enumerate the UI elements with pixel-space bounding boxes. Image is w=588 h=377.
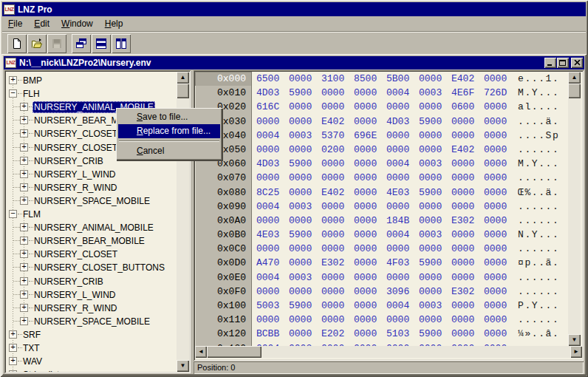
expand-icon[interactable]: + (9, 370, 17, 372)
document-titlebar[interactable]: LNZ N:\__nick\LNZPro2\Nursery.env (4, 56, 584, 69)
tree-item-nursery-l-wind[interactable]: +NURSERY_L_WIND (6, 168, 177, 181)
expand-icon[interactable]: + (20, 304, 28, 312)
hex-address[interactable]: 0x0E0 (195, 271, 252, 285)
hex-address[interactable]: 0x120 (195, 327, 252, 341)
context-menu-cancel[interactable]: Cancel (118, 144, 220, 158)
tree-item-string-list[interactable]: +String list (6, 368, 177, 372)
tree-item-flm[interactable]: −FLM (6, 208, 177, 221)
hex-row-0x120[interactable]: 0x120BCBB0000E20200005103590000000000¼».… (195, 327, 568, 341)
tree-scroll-up-button[interactable]: ▲ (177, 72, 189, 84)
context-menu-replace-from-file[interactable]: Replace from file... (118, 124, 220, 138)
hex-address[interactable]: 0x070 (195, 171, 252, 185)
expand-icon[interactable]: + (20, 197, 28, 205)
tree-item-nursery-space-mobile[interactable]: +NURSERY_SPACE_MOBILE (6, 194, 177, 208)
hex-row-0x020[interactable]: 0x020616C0000000000000000000006000000al.… (195, 100, 568, 114)
cascade-windows-button[interactable] (72, 34, 91, 53)
expand-icon[interactable]: + (20, 116, 28, 124)
hex-row-0x0B0[interactable]: 0x0B04E035900000000000004000300000000N.Y… (195, 228, 568, 242)
expand-icon[interactable]: + (20, 129, 28, 137)
hex-row-0x100[interactable]: 0x10050035900000000000004000300000000P.Y… (195, 299, 568, 313)
hex-address[interactable]: 0x0A0 (195, 214, 252, 228)
tree-item-srf[interactable]: +SRF (6, 328, 177, 342)
expand-icon[interactable]: + (9, 357, 17, 365)
expand-icon[interactable]: + (20, 143, 28, 152)
expand-icon[interactable]: + (9, 344, 17, 352)
hex-address[interactable]: 0x0D0 (195, 256, 252, 270)
tile-vertical-button[interactable] (112, 34, 131, 53)
hex-address[interactable]: 0x090 (195, 200, 252, 214)
close-button[interactable] (571, 58, 583, 68)
hex-row-0x110[interactable]: 0x11000000000000000000000000000000000...… (195, 313, 568, 327)
tree-item-nursery-crib[interactable]: +NURSERY_CRIB (6, 275, 177, 288)
tree-item-nursery-r-wind[interactable]: +NURSERY_R_WIND (6, 302, 177, 315)
tree-item-nursery-l-wind[interactable]: +NURSERY_L_WIND (6, 288, 177, 302)
menu-edit[interactable]: Edit (28, 17, 55, 30)
hex-row-0x040[interactable]: 0x040000400035370696E0000000000000000...… (195, 129, 568, 143)
hex-row-0x010[interactable]: 0x0104D03590000000000000400034E6F726DM.Y… (195, 86, 568, 100)
expand-icon[interactable]: + (20, 170, 28, 178)
app-titlebar[interactable]: LNZ LNZ Pro (2, 2, 586, 16)
hex-address[interactable]: 0x010 (195, 86, 252, 100)
maximize-button[interactable] (557, 58, 569, 68)
expand-icon[interactable]: + (20, 223, 28, 231)
hex-row-0x0D0[interactable]: 0x0D0A4700000E30200004F03590000000000¤p.… (195, 256, 568, 270)
collapse-icon[interactable]: − (9, 210, 17, 218)
expand-icon[interactable]: + (20, 263, 28, 271)
expand-icon[interactable]: + (20, 237, 28, 245)
hex-scroll-down-button[interactable]: ▼ (568, 334, 581, 346)
tile-horizontal-button[interactable] (92, 34, 111, 53)
context-menu-save-to-file[interactable]: Save to file... (118, 110, 220, 124)
menu-help[interactable]: Help (99, 17, 129, 30)
expand-icon[interactable]: + (20, 277, 28, 285)
tree-item-nursery-r-wind[interactable]: +NURSERY_R_WIND (6, 181, 177, 194)
open-file-button[interactable] (27, 34, 47, 53)
tree-item-txt[interactable]: +TXT (6, 342, 177, 355)
hex-address[interactable]: 0x110 (195, 313, 252, 327)
expand-icon[interactable]: + (20, 291, 28, 299)
hex-row-0x060[interactable]: 0x0604D035900000000000004000300000000M.Y… (195, 157, 568, 171)
hex-address[interactable]: 0x100 (195, 299, 252, 313)
minimize-button[interactable] (544, 58, 556, 68)
hex-horizontal-scroll-thumb[interactable] (207, 346, 261, 358)
expand-icon[interactable]: + (9, 76, 17, 84)
hex-vertical-scroll-thumb[interactable] (568, 84, 581, 98)
tree-item-flh[interactable]: −FLH (6, 87, 177, 101)
tree-item-nursery-animal-mobile[interactable]: +NURSERY_ANIMAL_MOBILE (6, 221, 177, 234)
tree-item-nursery-space-mobile[interactable]: +NURSERY_SPACE_MOBILE (6, 315, 177, 328)
expand-icon[interactable]: + (9, 330, 17, 339)
tree-item-wav[interactable]: +WAV (6, 355, 177, 368)
tree-item-nursery-closet[interactable]: +NURSERY_CLOSET (6, 248, 177, 261)
expand-icon[interactable]: + (20, 183, 28, 191)
new-file-button[interactable] (7, 34, 27, 53)
tree-scroll-down-button[interactable]: ▼ (177, 360, 189, 372)
hex-address[interactable]: 0x0B0 (195, 228, 252, 242)
hex-row-0x080[interactable]: 0x0808C250000E40200004E03590000000000Œ%.… (195, 186, 568, 200)
hex-row-0x0F0[interactable]: 0x0F0000000000000000030960000E3020000...… (195, 285, 568, 299)
hex-row-0x000[interactable]: 0x00065000000310085005B000000E4020000e..… (195, 72, 568, 86)
hex-row-0x070[interactable]: 0x07000000000000000000000000000000000...… (195, 171, 568, 185)
hex-address[interactable]: 0x0C0 (195, 242, 252, 256)
expand-icon[interactable]: + (20, 250, 28, 258)
hex-scroll-right-button[interactable]: ► (570, 346, 582, 358)
hex-vertical-scrollbar[interactable] (568, 72, 581, 346)
hex-row-0x0E0[interactable]: 0x0E000040003000000000000000000000000...… (195, 271, 568, 285)
tree-item-bmp[interactable]: +BMP (6, 74, 177, 87)
hex-row-0x0C0[interactable]: 0x0C000000000000000000000000000000000...… (195, 242, 568, 256)
tree-item-nursery-closet-buttons[interactable]: +NURSERY_CLOSET_BUTTONS (6, 261, 177, 274)
tree-item-nursery-bear-mobile[interactable]: +NURSERY_BEAR_MOBILE (6, 234, 177, 248)
hex-row-0x030[interactable]: 0x03000000000E40200004D03590000000000...… (195, 115, 568, 129)
expand-icon[interactable]: + (20, 103, 28, 111)
collapse-icon[interactable]: − (9, 89, 17, 98)
hex-row-0x050[interactable]: 0x050000000000200000000000000E4020000...… (195, 143, 568, 157)
menu-file[interactable]: File (2, 17, 28, 30)
hex-row-0x0A0[interactable]: 0x0A00000000000000000184B0000E3020000...… (195, 214, 568, 228)
tree-scroll-thumb[interactable] (177, 84, 189, 98)
expand-icon[interactable]: + (20, 317, 28, 325)
menu-window[interactable]: Window (55, 17, 99, 30)
hex-scroll-up-button[interactable]: ▲ (568, 72, 581, 84)
expand-icon[interactable]: + (20, 157, 28, 165)
hex-scroll-left-button[interactable]: ◄ (195, 346, 207, 358)
hex-row-0x090[interactable]: 0x09000040003000000000000000000000000...… (195, 200, 568, 214)
hex-address[interactable]: 0x0F0 (195, 285, 252, 299)
hex-address[interactable]: 0x080 (195, 186, 252, 200)
